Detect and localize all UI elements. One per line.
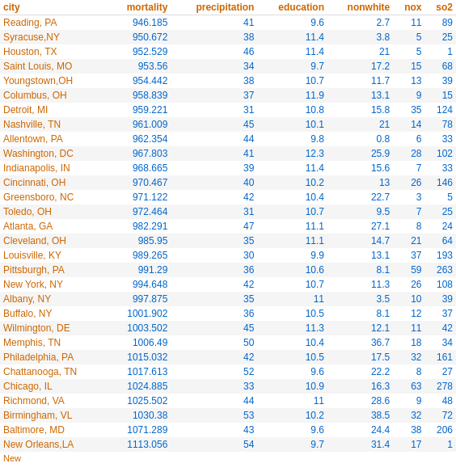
cell-precipitation: 42 [171,350,257,364]
table-row: Albany, NY997.87535113.51039 [0,292,456,306]
cell-nox: 3 [393,190,424,204]
cell-so2: 263 [425,263,456,277]
cell-nonwhite: 8.1 [327,263,393,277]
cell-nonwhite: 9.5 [327,204,393,219]
cell-nonwhite: 13.1 [327,248,393,263]
table-row: Allentown, PA962.354449.80.8633 [0,132,456,146]
cell-nox: 28 [393,146,424,161]
cell-city: Washington, DC [0,146,108,161]
cell-mortality: 985.95 [108,234,171,248]
cell-education: 10.5 [257,306,327,321]
cell-so2: 33 [425,132,456,146]
cell-so2: 278 [425,379,456,394]
cell-nonwhite: 16.3 [327,379,393,394]
cell-city: Detroit, MI [0,103,108,117]
cell-education: 10.1 [257,117,327,132]
cell-mortality: 950.672 [108,30,171,44]
cell-so2: 193 [425,248,456,263]
cell-education: 11.1 [257,234,327,248]
cell-education: 9.9 [257,248,327,263]
cell-nonwhite: 17.5 [327,350,393,364]
cell-city: Indianapolis, IN [0,161,108,175]
cell-education: 10.2 [257,175,327,190]
cell-precipitation: 41 [171,146,257,161]
table-header-row: city mortality precipitation education n… [0,0,456,15]
table-row: Detroit, MI959.2213110.815.835124 [0,103,456,117]
cell-nox: 32 [393,350,424,364]
data-table-container: city mortality precipitation education n… [0,0,456,465]
cell-nonwhite: 15.8 [327,103,393,117]
cell-education: 9.7 [257,437,327,452]
cell-precipitation: 50 [171,335,257,350]
cell-so2: 15 [425,88,456,103]
table-row: Houston, TX952.5294611.42151 [0,44,456,59]
cell-so2: 124 [425,103,456,117]
cell-mortality: 1071.289 [108,423,171,437]
cell-mortality: 961.009 [108,117,171,132]
table-row: Toledo, OH972.4643110.79.5725 [0,204,456,219]
cell-precipitation: 36 [171,306,257,321]
cell-city: Atlanta, GA [0,219,108,234]
table-row: Cincinnati, OH970.4674010.21326146 [0,175,456,190]
cell-city: Wilmington, DE [0,321,108,335]
cell-city: Philadelphia, PA [0,350,108,364]
cell-city: Chattanooga, TN [0,364,108,379]
table-row: Youngstown,OH954.4423810.711.71339 [0,74,456,88]
cell-nox: 10 [393,292,424,306]
cell-precipitation: 33 [171,379,257,394]
cell-city: Memphis, TN [0,335,108,350]
cell-precipitation: 54 [171,437,257,452]
cell-nonwhite: 0.8 [327,132,393,146]
cell-nox: 37 [393,248,424,263]
col-header-so2: so2 [425,0,456,15]
table-row: Wilmington, DE1003.5024511.312.11142 [0,321,456,335]
cell-city: Toledo, OH [0,204,108,219]
cell-precipitation: 37 [171,88,257,103]
cell-mortality: 1003.502 [108,321,171,335]
table-row: Louisville, KY989.265309.913.137193 [0,248,456,263]
cell-precipitation: 44 [171,394,257,408]
table-row: Cleveland, OH985.953511.114.72164 [0,234,456,248]
col-header-nonwhite: nonwhite [327,0,393,15]
cell-mortality: 967.803 [108,146,171,161]
cell-nonwhite: 3.5 [327,292,393,306]
cell-precipitation: 45 [171,321,257,335]
cell-precipitation: 35 [171,292,257,306]
cell-precipitation: 31 [171,103,257,117]
cell-education: 10.4 [257,335,327,350]
cell-so2: 25 [425,30,456,44]
cell-so2: 68 [425,59,456,74]
cell-nonwhite: 27.1 [327,219,393,234]
cell-so2: 42 [425,321,456,335]
col-header-mortality: mortality [108,0,171,15]
cell-nox: 7 [393,161,424,175]
table-row: Birmingham, VL1030.385310.238.53272 [0,408,456,423]
table-row: Buffalo, NY1001.9023610.58.11237 [0,306,456,321]
cell-nox: 13 [393,74,424,88]
cell-city: Chicago, IL [0,379,108,394]
cell-nonwhite: 2.7 [327,15,393,31]
cell-city: New York, NY [0,277,108,292]
cell-precipitation: 53 [171,408,257,423]
cell-city: Greensboro, NC [0,190,108,204]
cell-city: Cleveland, OH [0,234,108,248]
cell-nonwhite: 15.6 [327,161,393,175]
cell-nox: 5 [393,30,424,44]
cell-nonwhite: 28.6 [327,394,393,408]
table-row: Philadelphia, PA1015.0324210.517.532161 [0,350,456,364]
cell-so2: 72 [425,408,456,423]
cell-mortality: 997.875 [108,292,171,306]
cell-mortality: 958.839 [108,88,171,103]
cell-education: 11.9 [257,88,327,103]
cell-so2: 161 [425,350,456,364]
cell-nox: 5 [393,44,424,59]
cell-mortality: 982.291 [108,219,171,234]
cell-mortality: 1015.032 [108,350,171,364]
cell-precipitation: 31 [171,204,257,219]
cell-education: 12.3 [257,146,327,161]
cell-nox: 11 [393,15,424,31]
cell-city: Richmond, VA [0,394,108,408]
cell-precipitation: 42 [171,277,257,292]
cell-precipitation: 38 [171,30,257,44]
table-row: New Orleans,LA1113.056549.731.4171 [0,437,456,452]
